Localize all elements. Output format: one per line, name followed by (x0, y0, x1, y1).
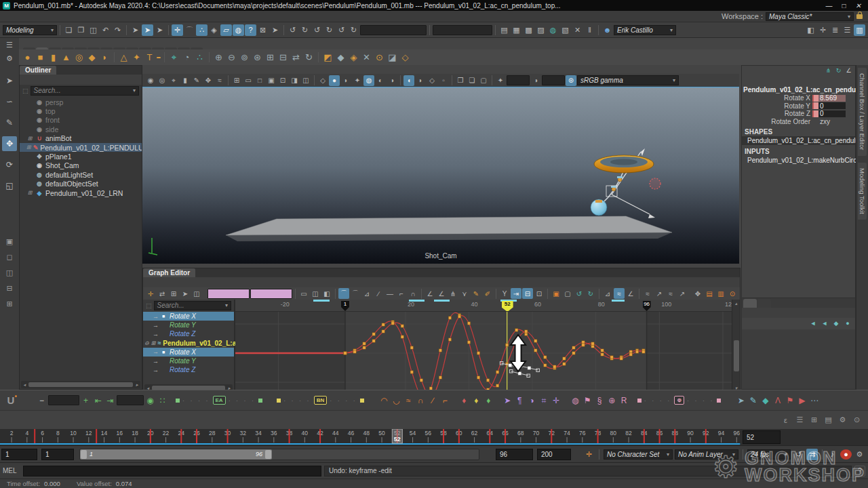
multi-cut-icon[interactable]: ✕ (361, 52, 372, 63)
outliner-item-pplane1[interactable]: ✥pPlane1 (20, 152, 142, 161)
more-icon[interactable]: ⋯ (808, 394, 820, 406)
render-current-frame-icon[interactable]: ▦ (511, 24, 522, 36)
half-pose-icon[interactable]: ◑ (526, 394, 538, 406)
step-forward-frame-button[interactable] (844, 432, 853, 443)
channel-rotate-y[interactable]: Rotate Y0 (742, 102, 855, 110)
outliner-item-pendulum[interactable]: ⊞✎Pendulum_v01_02_L:PENDULUM (20, 143, 142, 152)
channel-rotate-order[interactable]: Rotate Orderzxy (742, 118, 855, 126)
keyed-indicator[interactable] (812, 110, 818, 117)
tab[interactable] (139, 47, 151, 49)
auto-key-icon[interactable]: ● (840, 449, 852, 460)
flag-icon[interactable]: ⚑ (582, 394, 593, 406)
resolution-gate-icon[interactable]: □ (254, 75, 265, 86)
bookmarks-panel-icon[interactable]: ▤ (704, 288, 715, 299)
ground-plane[interactable] (226, 216, 672, 235)
paper-plane-icon[interactable]: ➤ (735, 394, 747, 406)
exposure-icon[interactable]: ✦ (495, 75, 506, 86)
menu-item[interactable] (760, 75, 768, 85)
command-result[interactable]: Undo: keyframe -edit (324, 466, 852, 476)
channel-box-toggle-icon[interactable]: ▥ (854, 24, 865, 36)
keyed-indicator[interactable] (812, 118, 818, 125)
linear-curve-icon[interactable]: ∕ (427, 394, 439, 406)
frame-playback-icon[interactable]: ◫ (310, 288, 321, 299)
graph-editor-tab[interactable]: Graph Editor (143, 268, 195, 277)
menu-set-dropdown[interactable]: Modeling▾ (3, 25, 57, 35)
prev-key-icon[interactable]: ⇤ (92, 394, 104, 406)
tab[interactable] (23, 47, 35, 49)
snapshot-icon[interactable]: ❏ (467, 75, 477, 86)
shelf-menu-icon[interactable]: ☰ (4, 39, 16, 51)
origin-locator-icon[interactable]: ∴ (194, 52, 205, 63)
menu-item[interactable] (41, 16, 50, 17)
frame-step-field[interactable] (117, 395, 144, 405)
svg-tool-icon[interactable] (157, 57, 161, 58)
safe-action-icon[interactable]: ◨ (289, 75, 300, 86)
ge-channel-rotate-x[interactable]: →■Rotate X (143, 348, 234, 357)
crease-tool-icon[interactable]: ◇ (399, 52, 411, 63)
history-on-icon[interactable]: ↺ (311, 24, 323, 36)
move-nearest-key-icon[interactable]: ✛ (145, 288, 156, 299)
mute-audio-icon[interactable]: ♪ (827, 449, 838, 460)
play-forward-button[interactable] (823, 432, 833, 443)
reset-time-icon[interactable]: ◔ (181, 52, 193, 63)
combine-icon[interactable]: ⊕ (213, 52, 224, 63)
auto-tangent-icon[interactable]: ⌒ (338, 288, 349, 299)
tool-settings-toggle-icon[interactable]: ☰ (842, 24, 853, 36)
layer-list[interactable] (742, 329, 855, 389)
unify-tangents-icon[interactable]: ⋎ (459, 288, 470, 299)
pen-icon[interactable]: ✎ (747, 394, 759, 406)
bevel-icon[interactable]: ◆ (335, 52, 347, 63)
extrude-icon[interactable]: ◩ (322, 52, 334, 63)
outliner-hscrollbar[interactable]: ◂▸ (21, 381, 140, 388)
wishbone-icon[interactable]: Λ (772, 394, 783, 406)
select-component-icon[interactable]: ➤ (154, 24, 165, 36)
mel-label[interactable]: MEL (3, 467, 20, 474)
ge-node-pendulum[interactable]: ⊖⊞≈Pendulum_v01_02_L:ac_cn_ (143, 339, 234, 348)
free-tangent-weight-icon[interactable]: ✎ (471, 288, 481, 299)
smooth-filter-icon[interactable]: ≈ (665, 288, 676, 299)
character-set-dropdown[interactable]: No Character Set▾ (604, 449, 673, 460)
attribute-value-field[interactable]: 8.569 (818, 95, 846, 102)
history-off-icon[interactable]: ↻ (323, 24, 335, 36)
butterworth-filter-icon[interactable]: ≈ (642, 288, 653, 299)
scale-tool[interactable]: ◱ (2, 178, 17, 193)
plateau-tangent-icon[interactable]: ∩ (408, 288, 418, 299)
outliner-item-defaultobjectset[interactable]: ◍defaultObjectSet (20, 180, 142, 188)
step-back-frame-button[interactable] (793, 432, 802, 443)
node-network-icon[interactable]: ⋔ (824, 66, 833, 75)
color-management-icon[interactable]: ⊛ (566, 75, 576, 86)
tab[interactable] (152, 47, 164, 49)
range-end-handle[interactable] (265, 450, 271, 459)
break-tangents-icon[interactable]: ⋔ (448, 288, 458, 299)
workspace-dropdown[interactable]: Maya Classic*▾ (766, 12, 854, 21)
ease-out-curve-icon[interactable]: ◡ (391, 394, 402, 406)
sphere-primitive-icon[interactable]: ● (22, 52, 33, 63)
graph-vscrollbar[interactable]: ▴▾ (732, 300, 740, 392)
animation-end-field[interactable]: 200 (537, 449, 571, 460)
tooltip-icon[interactable]: ¶ (514, 394, 526, 406)
move-layer-down-icon[interactable]: ◄ (820, 319, 829, 327)
open-scene-icon[interactable]: ❐ (75, 24, 87, 36)
paint-select-tool[interactable]: ✎ (2, 115, 17, 130)
outliner-item-side[interactable]: ◉side (20, 125, 142, 134)
rotate-tool[interactable]: ⟳ (2, 157, 17, 172)
s-curve-icon[interactable]: ≈ (403, 394, 414, 406)
plate-icon[interactable]: ▢ (478, 75, 489, 86)
range-start-handle[interactable] (81, 450, 87, 459)
bounce-curve-icon[interactable]: ∩ (415, 394, 427, 406)
onion-skin-icon[interactable]: ◍ (570, 394, 581, 406)
selected-object-name[interactable]: Pendulum_v01_02_L:ac_cn_pendulum_to... (742, 85, 855, 94)
tab[interactable] (743, 299, 757, 308)
layout-two-pane[interactable]: ◫ (2, 266, 17, 279)
resample-icon[interactable]: ↗ (677, 288, 688, 299)
pose-icon[interactable]: ✛ (551, 394, 562, 406)
tab[interactable] (178, 47, 190, 49)
input-connections-icon[interactable]: ↺ (287, 24, 298, 36)
outliner-item-top[interactable]: ◉top (20, 106, 142, 115)
select-tool[interactable]: ➤ (2, 73, 17, 88)
channel-rotate-z[interactable]: Rotate Z0 (742, 110, 855, 118)
anim-layer-icon[interactable]: ε (780, 414, 791, 426)
filter-icon[interactable]: ⬚ (146, 302, 152, 309)
go-to-end-button[interactable] (854, 432, 863, 443)
menu-item[interactable] (31, 16, 41, 17)
